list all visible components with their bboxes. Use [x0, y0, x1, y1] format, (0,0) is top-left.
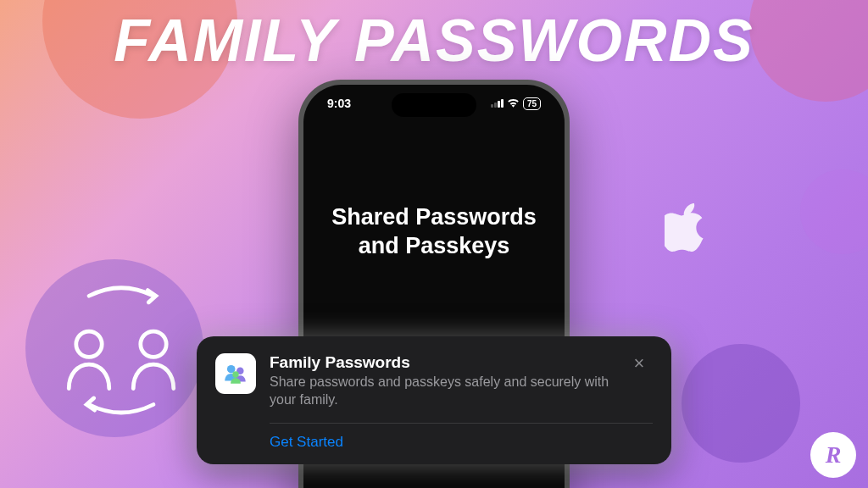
- cellular-signal-icon: [491, 99, 504, 108]
- svg-point-1: [141, 331, 166, 357]
- banner-title: FAMILY PASSWORDS: [0, 7, 868, 75]
- people-share-icon: [41, 268, 202, 429]
- decorative-circle: [800, 169, 868, 254]
- wifi-icon: [507, 97, 520, 110]
- brand-logo: R: [810, 432, 856, 478]
- status-bar: 9:03 75: [303, 97, 565, 110]
- get-started-button[interactable]: Get Started: [270, 434, 653, 451]
- family-passwords-card: Family Passwords Share passwords and pas…: [197, 336, 671, 464]
- screen-heading: Shared Passwords and Passkeys: [322, 203, 546, 261]
- screen-content: Shared Passwords and Passkeys: [303, 152, 565, 261]
- family-people-icon: [215, 353, 256, 394]
- card-title: Family Passwords: [270, 353, 653, 372]
- battery-indicator: 75: [523, 97, 541, 110]
- close-button[interactable]: ×: [629, 353, 649, 374]
- svg-point-4: [232, 372, 238, 378]
- status-indicators: 75: [491, 97, 541, 110]
- apple-logo-icon: [665, 203, 707, 252]
- card-description: Share passwords and passkeys safely and …: [270, 374, 653, 409]
- decorative-circle: [682, 344, 800, 463]
- divider: [270, 423, 653, 424]
- svg-point-0: [76, 331, 102, 357]
- status-time: 9:03: [327, 97, 351, 110]
